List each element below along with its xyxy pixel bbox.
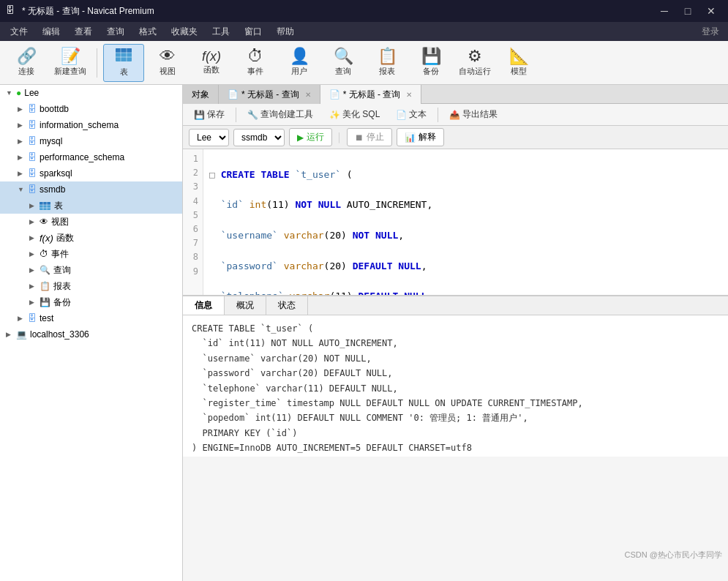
menubar: 文件 编辑 查看 查询 格式 收藏夹 工具 窗口 帮助 登录 xyxy=(0,22,728,41)
user-icon: 👤 xyxy=(290,48,309,64)
tool-event-label: 事件 xyxy=(247,66,263,77)
tab-query1[interactable]: 📄 * 无标题 - 查询 ✕ xyxy=(219,85,320,104)
db-icon: 🗄 xyxy=(28,104,37,114)
beautify-icon: ✨ xyxy=(329,110,340,120)
tab-query2-close[interactable]: ✕ xyxy=(406,91,412,99)
tree-arrow: ▶ xyxy=(29,299,37,306)
event-folder-icon: ⏱ xyxy=(40,249,48,259)
tab-status[interactable]: 状态 xyxy=(266,296,308,315)
tree-node-test[interactable]: ▶ 🗄 test xyxy=(0,310,182,326)
tree-arrow: ▶ xyxy=(29,202,37,209)
main-layout: ▼ ● Lee ▶ 🗄 boottdb ▶ 🗄 information_sche… xyxy=(0,85,728,581)
info-line-5: `telephone` varchar(11) DEFAULT NULL, xyxy=(192,381,719,396)
query-builder-button[interactable]: 🔧 查询创建工具 xyxy=(241,105,320,124)
sql-code[interactable]: □ CREATE TABLE `t_user` ( `id` int(11) N… xyxy=(203,149,728,295)
tree-node-events[interactable]: ▶ ⏱ 事件 xyxy=(0,246,182,262)
explain-button[interactable]: 📊 解释 xyxy=(397,128,444,146)
tree-node-views[interactable]: ▶ 👁 视图 xyxy=(0,214,182,230)
tool-connect[interactable]: 🔗 连接 xyxy=(6,44,47,82)
tool-report[interactable]: 📋 报表 xyxy=(367,44,408,82)
export-results-button[interactable]: 📤 导出结果 xyxy=(443,105,504,124)
tool-user[interactable]: 👤 用户 xyxy=(279,44,320,82)
close-button[interactable]: ✕ xyxy=(700,0,722,22)
tool-new-query[interactable]: 📝 新建查询 xyxy=(50,44,91,82)
tree-label-performance-schema: performance_schema xyxy=(40,152,124,162)
login-link[interactable]: 登录 xyxy=(702,26,725,38)
menu-format[interactable]: 格式 xyxy=(132,23,164,41)
tree-node-backups[interactable]: ▶ 💾 备份 xyxy=(0,294,182,310)
db-icon: 🗄 xyxy=(28,120,37,130)
menu-view[interactable]: 查看 xyxy=(67,23,100,41)
tab-info[interactable]: 信息 xyxy=(183,296,225,315)
save-button[interactable]: 💾 保存 xyxy=(187,105,231,124)
tab-query1-close[interactable]: ✕ xyxy=(305,91,311,99)
tool-backup[interactable]: 💾 备份 xyxy=(410,44,451,82)
report-folder-icon: 📋 xyxy=(40,281,50,291)
table-icon xyxy=(115,48,132,65)
tool-table-label: 表 xyxy=(120,67,128,78)
tree-node-functions[interactable]: ▶ f(x) 函数 xyxy=(0,230,182,246)
tree-node-tables[interactable]: ▶ 表 xyxy=(0,198,182,214)
tab-query2-icon: 📄 xyxy=(329,89,340,100)
menu-favorites[interactable]: 收藏夹 xyxy=(164,23,205,41)
tree-node-boottdb[interactable]: ▶ 🗄 boottdb xyxy=(0,101,182,117)
tool-model[interactable]: 📐 模型 xyxy=(498,44,539,82)
tab-overview[interactable]: 概况 xyxy=(225,296,266,315)
tool-function[interactable]: f(x) 函数 xyxy=(191,44,232,82)
menu-query[interactable]: 查询 xyxy=(100,23,132,41)
app-title: * 无标题 - 查询 - Navicat Premium xyxy=(22,5,653,18)
localhost-icon: 💻 xyxy=(16,329,27,340)
sql-editor[interactable]: 1 2 3 4 5 6 7 8 9 □ CREATE TABLE `t_user… xyxy=(183,149,728,296)
tree-label-events: 事件 xyxy=(51,248,69,260)
connection-select[interactable]: Lee xyxy=(189,129,229,146)
tree-node-mysql[interactable]: ▶ 🗄 mysql xyxy=(0,133,182,149)
tree-arrow: ▶ xyxy=(6,331,13,338)
tool-query[interactable]: 🔍 查询 xyxy=(323,44,364,82)
run-button[interactable]: ▶ 运行 xyxy=(289,128,332,146)
query-folder-icon: 🔍 xyxy=(40,265,50,275)
maximize-button[interactable]: □ xyxy=(677,0,699,22)
titlebar: 🗄 * 无标题 - 查询 - Navicat Premium ─ □ ✕ xyxy=(0,0,728,22)
tree-arrow: ▼ xyxy=(18,186,25,193)
database-select[interactable]: ssmdb xyxy=(233,129,285,146)
menu-tools[interactable]: 工具 xyxy=(205,23,237,41)
tree-node-performance-schema[interactable]: ▶ 🗄 performance_schema xyxy=(0,149,182,165)
tree-node-sparksql[interactable]: ▶ 🗄 sparksql xyxy=(0,165,182,181)
tree-arrow: ▶ xyxy=(29,234,37,241)
tree-label-ssmdb: ssmdb xyxy=(40,184,65,195)
tree-node-reports[interactable]: ▶ 📋 报表 xyxy=(0,278,182,294)
info-line-2: `id` int(11) NOT NULL AUTO_INCREMENT, xyxy=(192,336,719,351)
tree-label-views: 视图 xyxy=(51,216,69,228)
tree-label-backups: 备份 xyxy=(53,296,71,309)
tool-view[interactable]: 👁 视图 xyxy=(147,44,188,82)
text-button[interactable]: 📄 文本 xyxy=(389,105,433,124)
tree-node-information-schema[interactable]: ▶ 🗄 information_schema xyxy=(0,117,182,133)
tab-object[interactable]: 对象 xyxy=(183,85,219,104)
event-icon: ⏱ xyxy=(247,48,263,64)
tool-autorun[interactable]: ⚙ 自动运行 xyxy=(454,44,495,82)
tree-node-queries[interactable]: ▶ 🔍 查询 xyxy=(0,262,182,278)
bottom-tabs: 信息 概况 状态 xyxy=(183,296,728,315)
menu-help[interactable]: 帮助 xyxy=(269,23,301,41)
tool-event[interactable]: ⏱ 事件 xyxy=(235,44,276,82)
menu-edit[interactable]: 编辑 xyxy=(35,23,67,41)
tab-query2[interactable]: 📄 * 无标题 - 查询 ✕ xyxy=(320,85,422,104)
qtoolbar-sep-1 xyxy=(236,108,236,122)
stop-button[interactable]: ⏹ 停止 xyxy=(347,128,392,146)
text-icon: 📄 xyxy=(396,110,407,120)
tree-node-localhost[interactable]: ▶ 💻 localhost_3306 xyxy=(0,326,182,342)
beautify-sql-button[interactable]: ✨ 美化 SQL xyxy=(323,105,386,124)
minimize-button[interactable]: ─ xyxy=(653,0,675,22)
watermark: CSDN @热心市民小李同学 xyxy=(625,550,722,561)
stop-icon: ⏹ xyxy=(355,132,364,143)
tree-node-lee[interactable]: ▼ ● Lee xyxy=(0,85,182,101)
run-sep: │ xyxy=(337,132,342,143)
tree-arrow: ▶ xyxy=(29,282,37,290)
tool-table[interactable]: 表 xyxy=(103,44,144,82)
menu-file[interactable]: 文件 xyxy=(3,23,35,41)
query-icon: 🔍 xyxy=(334,48,353,64)
tool-user-label: 用户 xyxy=(291,66,307,77)
toolbar-sep-1 xyxy=(97,48,97,78)
menu-window[interactable]: 窗口 xyxy=(237,23,269,41)
tree-node-ssmdb[interactable]: ▼ 🗄 ssmdb xyxy=(0,181,182,198)
